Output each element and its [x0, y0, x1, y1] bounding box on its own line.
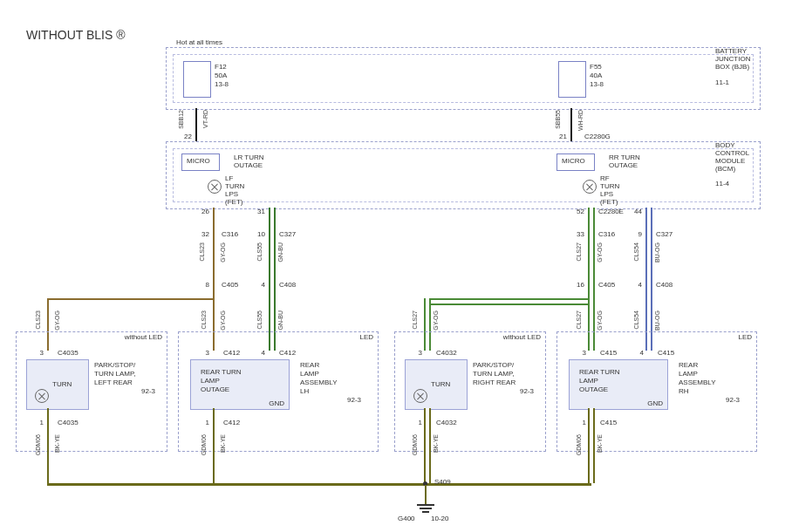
pin-c408-l: 4 [249, 281, 265, 289]
bkye-d: BK-YE [597, 434, 603, 453]
wo-led-r: without LED [501, 333, 541, 341]
fuse-f55 [558, 61, 586, 98]
gdm06-c-l: GDM06 [412, 434, 418, 455]
gdm06-d-l: GDM06 [576, 434, 582, 455]
pin-c415-t2: 4 [630, 349, 644, 357]
wo-led-l: without LED [122, 333, 162, 341]
fuse-f55-a: 40A [590, 72, 602, 79]
ground-icon [417, 504, 434, 513]
cls27-lbl3: CLS27 [576, 310, 582, 329]
rla-lh-t4: LH [300, 387, 309, 395]
gdm06-a-l: GDM06 [35, 434, 41, 455]
bjb-ref: 11-1 [715, 78, 729, 86]
rla-lh-t2: LAMP [300, 370, 319, 378]
conn-c316-r: C316 [598, 230, 615, 238]
rla-rh-t2: LAMP [679, 370, 698, 378]
bkye-b: BK-YE [220, 434, 226, 453]
bcm-micro-l-lbl: MICRO [187, 157, 210, 165]
rla-rh-ref: 92-3 [705, 396, 740, 404]
rla-lh-t3: ASSEMBLY [300, 379, 338, 386]
s409-lbl: S409 [434, 478, 451, 486]
bcm-out-l: LR TURN OUTAGE [234, 153, 264, 169]
bcm-fet-l: LF TURN LPS (FET) [225, 174, 244, 206]
bjb-name: BATTERY JUNCTION BOX (BJB) [715, 47, 776, 71]
pstr-t2: TURN LAMP, [473, 370, 514, 378]
fuse-f12-id: F12 [215, 63, 227, 71]
pstr-turn: TURN [431, 380, 450, 388]
pstl-ref: 92-3 [120, 387, 155, 395]
pin-c415-t1: 3 [572, 349, 586, 357]
bcm-out-r: RR TURN OUTAGE [609, 153, 640, 169]
pstl-t2: TURN LAMP, [94, 370, 135, 378]
pin-c4035-t: 3 [30, 349, 44, 357]
cls23-h [47, 298, 215, 300]
pin-c4032-t: 3 [408, 349, 422, 357]
cls23-lbl: CLS23 [199, 242, 205, 261]
pin-c412-b: 1 [195, 419, 209, 426]
pin-bcm-l1: 26 [194, 208, 209, 215]
rtlo-t3: OUTAGE [201, 385, 229, 393]
bcm-name: BODY CONTROL MODULE (BCM) [715, 141, 776, 173]
pin-bcm-r2: 44 [626, 208, 642, 215]
bkye-a: BK-YE [54, 434, 60, 453]
gdm06-d [588, 408, 595, 483]
pin-c412-t2: 4 [251, 349, 265, 357]
gdm06-c [424, 408, 431, 483]
wire-vtrd-lbl: VT-RD [202, 110, 208, 128]
bkye-c: BK-YE [433, 434, 439, 453]
bcm-micro-r-lbl: MICRO [562, 157, 585, 165]
hot-label: Hot at all times [176, 38, 222, 46]
gnd-bus [47, 483, 591, 486]
conn-c408-r: C408 [656, 281, 673, 289]
gdm06-a [47, 408, 49, 483]
pstr-t3: RIGHT REAR [473, 379, 515, 386]
fuse-f55-id: F55 [590, 63, 602, 71]
rtlo-t1: REAR TURN [201, 368, 242, 376]
cls55-v1 [269, 208, 276, 286]
conn-c4035-b: C4035 [58, 419, 79, 426]
pin-c405-l: 8 [194, 281, 209, 289]
gdm06-b [213, 408, 215, 483]
pin-c327-l: 10 [249, 230, 265, 238]
fuse-f12-sh: 13-8 [215, 80, 229, 88]
fuse-f12 [183, 61, 211, 98]
pin-c405-r: 16 [569, 281, 584, 289]
pin-c408-r: 4 [626, 281, 642, 289]
rtlo-r-t3: OUTAGE [579, 385, 608, 393]
fuse-f55-sh: 13-8 [590, 80, 604, 88]
cls54-v1 [645, 208, 652, 286]
pin-c4032-b: 1 [408, 419, 422, 426]
conn-c2280e: C2280E [598, 208, 624, 215]
lamp-icon [208, 180, 222, 194]
rla-rh-t3: ASSEMBLY [679, 379, 716, 386]
wire-sbb12 [195, 108, 197, 141]
rtlo-t2: LAMP [201, 377, 220, 385]
rla-rh-t1: REAR [679, 361, 698, 369]
conn-c4035: C4035 [58, 349, 79, 357]
pstl-turn: TURN [52, 380, 72, 388]
pin-c316-l: 32 [194, 230, 209, 238]
bcm-fet-r: RF TURN LPS (FET) [600, 174, 619, 206]
buog-lbl: BU-OG [654, 242, 660, 263]
pin-c327-r: 9 [626, 230, 642, 238]
conn-c327-r: C327 [656, 230, 673, 238]
gyog-lbl2: GY-OG [54, 310, 60, 331]
cls55-lbl2: CLS55 [256, 310, 263, 329]
diagram-title: WITHOUT BLIS ® [26, 28, 126, 42]
pstr-t1: PARK/STOP/ [473, 361, 514, 369]
pstl-t1: PARK/STOP/ [94, 361, 135, 369]
conn-c2280g: C2280G [584, 133, 611, 140]
pstr-ref: 92-3 [499, 387, 534, 395]
cls27-lbl2: CLS27 [412, 310, 418, 329]
turn-lamp-icon-l [35, 389, 49, 403]
conn-c415: C415 [600, 349, 617, 357]
cls23-lbl3: CLS23 [201, 310, 207, 329]
wire-whrd-lbl: WH-RD [577, 110, 584, 131]
led-r: LED [726, 333, 752, 341]
wire-sbb12-lbl: SBB12 [178, 110, 184, 129]
conn-c405-r: C405 [598, 281, 615, 289]
led-l: LED [347, 333, 373, 341]
wiring-diagram: { "title": "WITHOUT BLIS ®", "header": {… [0, 0, 792, 532]
conn-c415b: C415 [658, 349, 674, 357]
gnd-l: GND [253, 399, 284, 407]
